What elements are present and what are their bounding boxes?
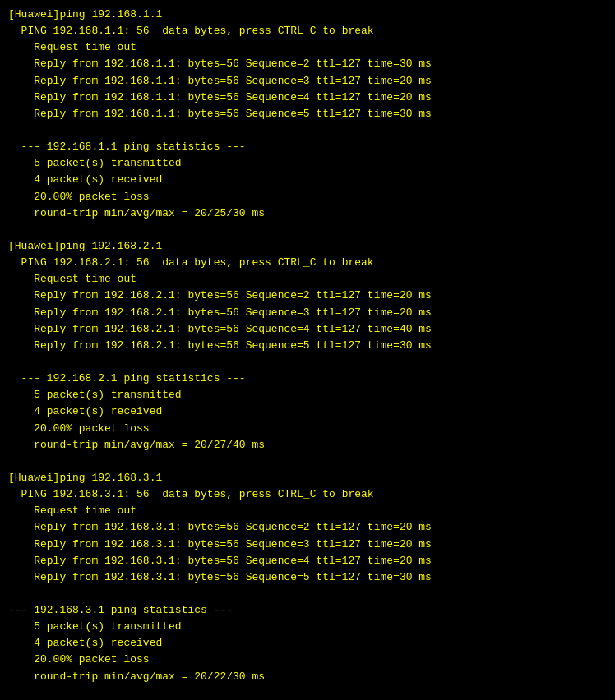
terminal-line: 5 packet(s) transmitted xyxy=(8,619,607,635)
terminal-line xyxy=(8,122,607,139)
terminal-line xyxy=(8,354,607,371)
terminal-line: 4 packet(s) received xyxy=(8,172,607,188)
terminal-line xyxy=(8,454,607,470)
terminal-line: Reply from 192.168.1.1: bytes=56 Sequenc… xyxy=(8,106,607,122)
terminal-line: PING 192.168.2.1: 56 data bytes, press C… xyxy=(8,255,607,271)
terminal-line: Reply from 192.168.3.1: bytes=56 Sequenc… xyxy=(8,569,607,586)
terminal-line: Reply from 192.168.3.1: bytes=56 Sequenc… xyxy=(8,519,607,536)
terminal-line: Reply from 192.168.3.1: bytes=56 Sequenc… xyxy=(8,537,607,553)
terminal-line xyxy=(8,222,607,238)
terminal-line: 5 packet(s) transmitted xyxy=(8,387,607,403)
terminal-line: PING 192.168.1.1: 56 data bytes, press C… xyxy=(8,23,607,39)
terminal-line: Reply from 192.168.1.1: bytes=56 Sequenc… xyxy=(8,90,607,106)
terminal-line: [Huawei]ping 192.168.3.1 xyxy=(8,470,607,486)
terminal-line: Request time out xyxy=(8,503,607,519)
terminal-line: round-trip min/avg/max = 20/27/40 ms xyxy=(8,437,607,454)
terminal-line: 20.00% packet loss xyxy=(8,189,607,205)
terminal-line xyxy=(8,685,607,700)
terminal-line: --- 192.168.3.1 ping statistics --- xyxy=(8,602,607,619)
terminal-line: 20.00% packet loss xyxy=(8,652,607,668)
terminal-line: round-trip min/avg/max = 20/25/30 ms xyxy=(8,205,607,222)
terminal-line: 4 packet(s) received xyxy=(8,403,607,420)
terminal-line: 20.00% packet loss xyxy=(8,421,607,437)
terminal-line: Reply from 192.168.2.1: bytes=56 Sequenc… xyxy=(8,321,607,338)
terminal-line: 4 packet(s) received xyxy=(8,635,607,652)
terminal-line: Reply from 192.168.2.1: bytes=56 Sequenc… xyxy=(8,288,607,304)
terminal-line: Reply from 192.168.1.1: bytes=56 Sequenc… xyxy=(8,73,607,90)
terminal-line: [Huawei]ping 192.168.2.1 xyxy=(8,238,607,255)
terminal-line xyxy=(8,586,607,602)
terminal-line: --- 192.168.1.1 ping statistics --- xyxy=(8,139,607,155)
terminal-line: round-trip min/avg/max = 20/22/30 ms xyxy=(8,669,607,685)
terminal-line: [Huawei]ping 192.168.1.1 xyxy=(8,7,607,23)
terminal-line: Reply from 192.168.2.1: bytes=56 Sequenc… xyxy=(8,338,607,354)
terminal-line: 5 packet(s) transmitted xyxy=(8,155,607,172)
terminal-line: Request time out xyxy=(8,271,607,288)
terminal-line: PING 192.168.3.1: 56 data bytes, press C… xyxy=(8,486,607,503)
terminal-output: [Huawei]ping 192.168.1.1 PING 192.168.1.… xyxy=(8,7,607,700)
terminal-line: Request time out xyxy=(8,39,607,56)
terminal-line: --- 192.168.2.1 ping statistics --- xyxy=(8,371,607,387)
terminal-line: Reply from 192.168.3.1: bytes=56 Sequenc… xyxy=(8,553,607,569)
terminal-line: Reply from 192.168.1.1: bytes=56 Sequenc… xyxy=(8,56,607,72)
terminal-line: Reply from 192.168.2.1: bytes=56 Sequenc… xyxy=(8,305,607,321)
